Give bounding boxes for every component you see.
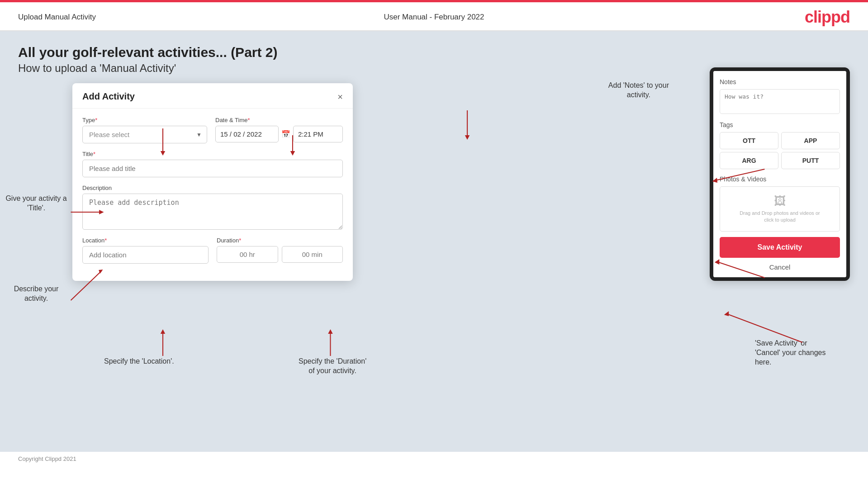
dialog-header: Add Activity × (72, 83, 353, 109)
close-button[interactable]: × (337, 92, 343, 101)
annotation-title: Give your activity a 'Title'. (0, 194, 72, 213)
datetime-row: 📅 (215, 126, 343, 142)
photos-label: Photos & Videos (720, 175, 840, 183)
document-subtitle: User Manual - February 2022 (384, 13, 484, 22)
type-label: Type* (82, 117, 207, 123)
type-select-wrapper: Please select (82, 126, 207, 143)
form-group-duration: Duration* (217, 237, 343, 264)
annotation-notes: Add 'Notes' to your activity. (608, 81, 669, 100)
form-row-type-datetime: Type* Please select Date & Time* 📅 (82, 117, 343, 143)
dialog-body: Type* Please select Date & Time* 📅 (72, 109, 353, 281)
description-label: Description (82, 185, 343, 191)
tags-section-label: Tags (720, 121, 840, 128)
form-row-location-duration: Location* Duration* (82, 237, 343, 264)
tag-putt[interactable]: PUTT (781, 152, 840, 169)
logo: clippd (805, 8, 850, 27)
photo-upload-box[interactable]: 🖼 Drag and Drop photos and videos or cli… (720, 186, 840, 232)
form-group-type: Type* Please select (82, 117, 207, 143)
footer: Copyright Clippd 2021 (0, 452, 868, 466)
page-title: Upload Manual Activity (18, 13, 96, 22)
calendar-icon: 📅 (281, 130, 290, 138)
type-select[interactable]: Please select (82, 126, 207, 143)
save-activity-button[interactable]: Save Activity (720, 237, 840, 258)
description-textarea[interactable] (82, 194, 343, 230)
annotation-description: Describe your activity. (0, 284, 72, 303)
dialog-title: Add Activity (82, 91, 135, 102)
annotation-location: Specify the 'Location'. (104, 357, 174, 366)
duration-label: Duration* (217, 237, 343, 244)
header: Upload Manual Activity User Manual - Feb… (0, 2, 868, 31)
notes-textarea[interactable] (720, 89, 840, 114)
location-input[interactable] (82, 246, 209, 264)
main-content: All your golf-relevant activities... (Pa… (0, 31, 868, 452)
tag-app[interactable]: APP (781, 132, 840, 149)
copyright-text: Copyright Clippd 2021 (18, 455, 76, 462)
annotation-save: 'Save Activity' or 'Cancel' your changes… (755, 339, 863, 367)
time-input[interactable] (293, 126, 343, 142)
form-group-title: Title* (82, 151, 343, 177)
date-input[interactable] (215, 126, 279, 142)
form-group-description: Description (82, 185, 343, 230)
notes-section-label: Notes (720, 78, 840, 85)
duration-min-input[interactable] (282, 246, 343, 263)
datetime-label: Date & Time* (215, 117, 343, 123)
tags-grid: OTT APP ARG PUTT (720, 132, 840, 169)
duration-row (217, 246, 343, 263)
heading-bold: All your golf-relevant activities... (Pa… (18, 45, 850, 60)
duration-hr-input[interactable] (217, 246, 278, 263)
phone-mockup: Notes Tags OTT APP ARG PUTT Photos & Vid… (710, 67, 850, 281)
photo-icon: 🖼 (727, 194, 832, 208)
title-label: Title* (82, 151, 343, 157)
tag-ott[interactable]: OTT (720, 132, 778, 149)
svg-line-9 (727, 314, 802, 342)
title-input[interactable] (82, 160, 343, 177)
add-activity-dialog: Add Activity × Type* Please select (72, 83, 353, 281)
phone-inner: Notes Tags OTT APP ARG PUTT Photos & Vid… (713, 71, 846, 277)
annotation-duration: Specify the 'Duration' of your activity. (299, 357, 366, 376)
cancel-button-phone[interactable]: Cancel (720, 261, 840, 273)
tag-arg[interactable]: ARG (720, 152, 778, 169)
photo-upload-text: Drag and Drop photos and videos or click… (727, 210, 832, 224)
form-group-location: Location* (82, 237, 209, 264)
form-group-datetime: Date & Time* 📅 (215, 117, 343, 143)
location-label: Location* (82, 237, 209, 244)
